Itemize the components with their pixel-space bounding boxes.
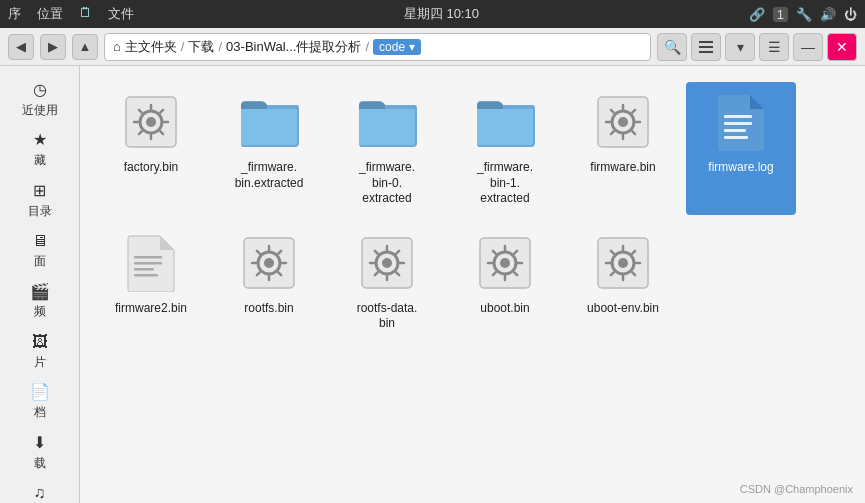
sidebar-item-desktop[interactable]: 🖥 面 — [0, 225, 79, 275]
file-firmware-bin-0-extracted[interactable]: _firmware.bin-0.extracted — [332, 82, 442, 215]
svg-rect-10 — [724, 136, 748, 139]
firmware-bin-label: firmware.bin — [590, 160, 655, 176]
sidebar-item-directory[interactable]: ⊞ 目录 — [0, 175, 79, 225]
top-system-bar: 序 位置 🗒 文件 星期四 10:10 🔗 1 🔧 🔊 ⏻ — [0, 0, 865, 28]
sidebar-item-downloads[interactable]: ⬇ 载 — [0, 427, 79, 477]
sidebar-label-downloads: 载 — [34, 456, 46, 472]
directory-icon: ⊞ — [33, 181, 46, 202]
back-button[interactable]: ◀ — [8, 34, 34, 60]
rootfs-bin-icon-wrapper — [237, 231, 301, 295]
top-bar-system-icons[interactable]: 🔗 1 🔧 🔊 ⏻ — [749, 7, 857, 22]
breadcrumb-downloads[interactable]: 下载 — [188, 38, 214, 56]
breadcrumb-home[interactable]: 主文件夹 — [125, 38, 177, 56]
search-button[interactable]: 🔍 — [657, 33, 687, 61]
file-firmware-log[interactable]: firmware.log — [686, 82, 796, 215]
firmware-bin-extracted-label: _firmware.bin.extracted — [235, 160, 304, 191]
factory-bin-label: factory.bin — [124, 160, 178, 176]
firmware-bin-extracted-folder-icon — [239, 95, 299, 149]
svg-rect-11 — [134, 256, 162, 259]
volume-icon[interactable]: 🔊 — [820, 7, 836, 22]
uboot-env-bin-gear-icon — [596, 236, 650, 290]
settings-icon[interactable]: 🔧 — [796, 7, 812, 22]
file-uboot-env-bin[interactable]: uboot-env.bin — [568, 223, 678, 340]
view-list-button[interactable] — [691, 33, 721, 61]
firmware-bin-1-icon-wrapper — [473, 90, 537, 154]
documents-icon: 📄 — [30, 382, 50, 403]
breadcrumb-folder[interactable]: 03-BinWal...件提取分析 — [226, 38, 361, 56]
menu-file[interactable]: 文件 — [108, 5, 134, 23]
sidebar-label-recent: 近使用 — [22, 103, 58, 119]
sidebar-item-documents[interactable]: 📄 档 — [0, 376, 79, 426]
uboot-bin-gear-icon — [478, 236, 532, 290]
recent-icon: ◷ — [33, 80, 47, 101]
firmware2-bin-icon-wrapper — [119, 231, 183, 295]
file-firmware-bin[interactable]: firmware.bin — [568, 82, 678, 215]
sidebar-item-video[interactable]: 🎬 频 — [0, 276, 79, 326]
view-dropdown-button[interactable]: ▾ — [725, 33, 755, 61]
main-area: ◷ 近使用 ★ 藏 ⊞ 目录 🖥 面 🎬 频 🖼 片 📄 档 ⬇ 载 — [0, 66, 865, 503]
firmware-bin-gear-icon — [596, 95, 650, 149]
file-firmware2-bin[interactable]: firmware2.bin — [96, 223, 206, 340]
badge-display: 1 — [773, 7, 788, 22]
sidebar-item-bookmarks[interactable]: ★ 藏 — [0, 124, 79, 174]
up-button[interactable]: ▲ — [72, 34, 98, 60]
file-factory-bin[interactable]: factory.bin — [96, 82, 206, 215]
firmware-log-icon-wrapper — [709, 90, 773, 154]
file-rootfs-data-bin[interactable]: rootfs-data.bin — [332, 223, 442, 340]
svg-rect-7 — [724, 115, 752, 118]
firmware-bin-0-folder-icon — [357, 95, 417, 149]
breadcrumb-current[interactable]: code ▾ — [373, 39, 421, 55]
breadcrumb-area[interactable]: ⌂ 主文件夹 / 下载 / 03-BinWal...件提取分析 / code ▾ — [104, 33, 651, 61]
rootfs-bin-gear-icon — [242, 236, 296, 290]
svg-rect-9 — [724, 129, 746, 132]
file-area: factory.bin _firmware.bin.extracted — [80, 66, 865, 503]
svg-rect-13 — [134, 268, 154, 271]
downloads-icon: ⬇ — [33, 433, 46, 454]
svg-point-18 — [382, 258, 392, 268]
sidebar-item-music[interactable]: ♫ 乐 — [0, 477, 79, 503]
factory-bin-icon-wrapper — [119, 90, 183, 154]
firmware2-bin-icon — [126, 234, 176, 292]
svg-point-22 — [618, 258, 628, 268]
sidebar-label-desktop: 面 — [34, 254, 46, 270]
file-uboot-bin[interactable]: uboot.bin — [450, 223, 560, 340]
menu-seq[interactable]: 序 — [8, 5, 21, 23]
sidebar: ◷ 近使用 ★ 藏 ⊞ 目录 🖥 面 🎬 频 🖼 片 📄 档 ⬇ 载 — [0, 66, 80, 503]
rootfs-data-bin-label: rootfs-data.bin — [357, 301, 418, 332]
sidebar-item-pictures[interactable]: 🖼 片 — [0, 326, 79, 376]
close-button[interactable]: ✕ — [827, 33, 857, 61]
file-rootfs-bin[interactable]: rootfs.bin — [214, 223, 324, 340]
watermark: CSDN @Champhoenix — [740, 483, 853, 495]
menu-location[interactable]: 位置 — [37, 5, 63, 23]
menu-file-icon: 🗒 — [79, 5, 92, 23]
svg-rect-2 — [699, 51, 713, 53]
sidebar-label-video: 频 — [34, 304, 46, 320]
menu-button[interactable]: ☰ — [759, 33, 789, 61]
svg-rect-14 — [134, 274, 158, 277]
location-bar: ◀ ▶ ▲ ⌂ 主文件夹 / 下载 / 03-BinWal...件提取分析 / … — [0, 28, 865, 66]
pictures-icon: 🖼 — [32, 332, 48, 353]
file-firmware-bin-extracted[interactable]: _firmware.bin.extracted — [214, 82, 324, 215]
file-firmware-bin-1-extracted[interactable]: _firmware.bin-1.extracted — [450, 82, 560, 215]
rootfs-bin-label: rootfs.bin — [244, 301, 293, 317]
sep-3: / — [365, 39, 369, 54]
rootfs-data-bin-icon-wrapper — [355, 231, 419, 295]
power-icon[interactable]: ⏻ — [844, 7, 857, 22]
sidebar-label-pictures: 片 — [34, 355, 46, 371]
desktop-icon: 🖥 — [32, 231, 48, 252]
firmware-log-label: firmware.log — [708, 160, 773, 176]
svg-point-16 — [264, 258, 274, 268]
firmware-bin-extracted-icon-wrapper — [237, 90, 301, 154]
sidebar-item-recent[interactable]: ◷ 近使用 — [0, 74, 79, 124]
minimize-button[interactable]: — — [793, 33, 823, 61]
datetime-display: 星期四 10:10 — [404, 5, 479, 23]
toolbar-buttons: 🔍 ▾ ☰ — ✕ — [657, 33, 857, 61]
svg-rect-8 — [724, 122, 752, 125]
forward-button[interactable]: ▶ — [40, 34, 66, 60]
uboot-env-bin-icon-wrapper — [591, 231, 655, 295]
svg-rect-1 — [699, 46, 713, 48]
branch-dropdown-icon[interactable]: ▾ — [409, 40, 415, 54]
top-bar-menus[interactable]: 序 位置 🗒 文件 — [8, 5, 134, 23]
uboot-env-bin-label: uboot-env.bin — [587, 301, 659, 317]
svg-rect-12 — [134, 262, 162, 265]
